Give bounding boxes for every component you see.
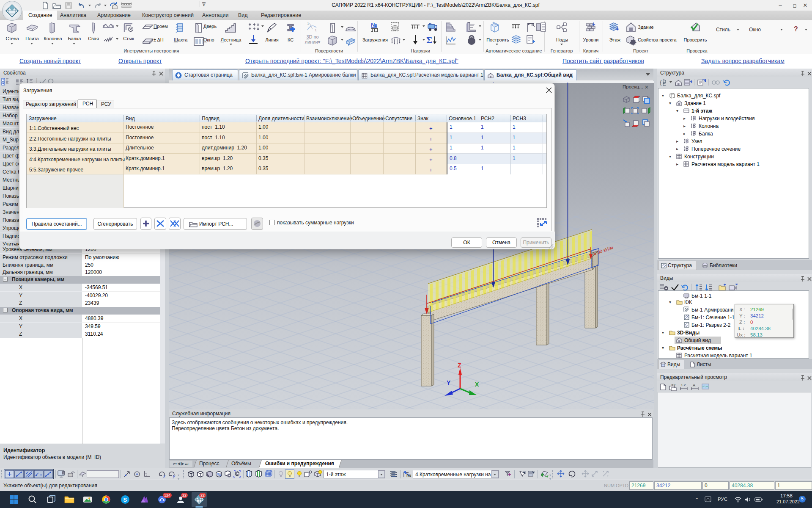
svg-text:{: {: [660, 79, 662, 86]
svg-text:A: A: [693, 383, 695, 387]
svg-text:x: x: [163, 474, 166, 478]
svg-text:1.2: 1.2: [681, 383, 686, 387]
svg-text:X: X: [475, 381, 479, 388]
svg-text:S: S: [123, 497, 127, 503]
svg-text:y: y: [173, 474, 176, 478]
svg-text:Y: Y: [447, 379, 451, 386]
svg-text:Z: Z: [458, 362, 461, 369]
